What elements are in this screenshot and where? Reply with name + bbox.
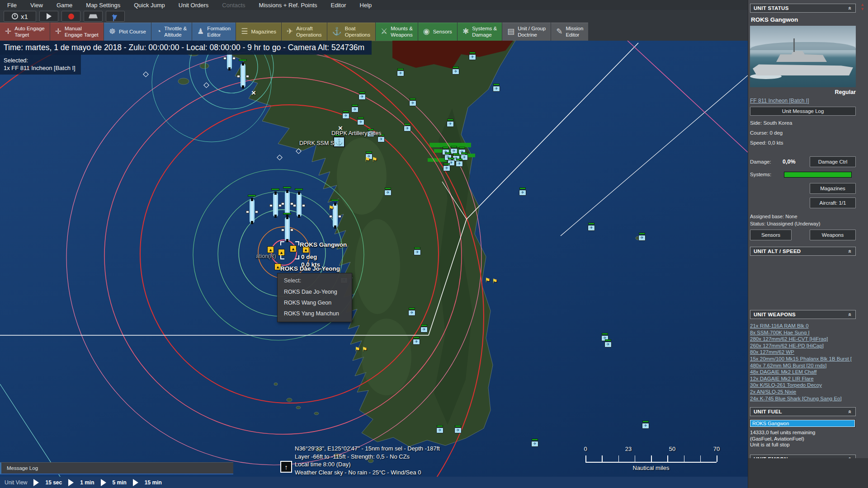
damage-ctrl-button[interactable]: Damage Ctrl bbox=[810, 156, 856, 167]
weapon-link[interactable]: 48x DAGAIE Mk2 LEM Chaff bbox=[750, 369, 856, 375]
systems-damage-button[interactable]: ✱Systems &Damage bbox=[458, 23, 502, 41]
flag-unit-icon[interactable]: ⚑ bbox=[364, 156, 370, 163]
sensors-button[interactable]: ◉Sensors bbox=[418, 23, 457, 41]
fuel-selected-unit[interactable]: ROKS Gangwon bbox=[750, 420, 855, 427]
speed-step-icon[interactable] bbox=[33, 479, 39, 486]
facility-icon[interactable]: ✈ bbox=[359, 94, 366, 100]
facility-icon[interactable]: ✈ bbox=[469, 54, 476, 60]
print-button[interactable] bbox=[84, 11, 103, 22]
context-menu-item[interactable]: ROKS Dae Jo-Yeong bbox=[278, 286, 352, 297]
play-button[interactable] bbox=[39, 11, 58, 22]
weapon-link[interactable]: 80x 127mm/62 WP bbox=[750, 349, 856, 356]
sidebar-scrollbar[interactable]: ▲ ▼ bbox=[860, 3, 864, 11]
message-log-bar[interactable]: Message Log bbox=[0, 462, 233, 474]
weapon-link[interactable]: 480x 7.62mm MG Burst [20 rnds] bbox=[750, 362, 856, 369]
menu-view[interactable]: View bbox=[30, 2, 43, 9]
facility-icon[interactable]: ✈ bbox=[420, 327, 428, 333]
facility-icon[interactable]: ✈ bbox=[452, 69, 459, 75]
weapon-link[interactable]: 21x RIM-116A RAM Blk 0 bbox=[750, 323, 856, 329]
unit-fuel-panel-header[interactable]: UNIT FUEL « bbox=[750, 407, 856, 416]
collapse-icon[interactable]: « bbox=[847, 249, 854, 253]
map-viewport[interactable]: ✈✈✈✈✈✈✈✈✈✈✈✈✈✈✈✈✈✈✈✈✈✈✈✈✈✈✈✈✈✈✈✈✈✈✈✈✈✈⚓▲… bbox=[0, 41, 748, 488]
context-menu-item[interactable]: ROKS Yang Manchun bbox=[278, 308, 352, 319]
weapon-link[interactable]: 30x K/SLQ-261 Torpedo Decoy bbox=[750, 382, 856, 389]
boat-operations-button[interactable]: ⚓BoatOperations bbox=[327, 23, 375, 41]
facility-icon[interactable]: ✈ bbox=[384, 190, 392, 196]
flag-unit-icon[interactable]: ⚑ bbox=[362, 346, 368, 353]
friendly-ship-icon[interactable] bbox=[297, 192, 302, 217]
scroll-up-icon[interactable]: ▲ bbox=[860, 3, 864, 6]
weapon-link[interactable]: 12x DAGAIE Mk2 LIR Flare bbox=[750, 375, 856, 382]
unit-alt-speed-panel-header[interactable]: UNIT ALT / SPEED « bbox=[750, 247, 856, 256]
facility-icon[interactable]: ✈ bbox=[408, 310, 415, 316]
facility-icon[interactable]: ✈ bbox=[404, 126, 411, 131]
flag-unit-icon[interactable]: ⚑ bbox=[354, 346, 360, 353]
speed-option[interactable]: 5 min bbox=[113, 479, 127, 486]
speed-option[interactable]: 1 min bbox=[80, 479, 94, 486]
context-menu-item[interactable]: ROKS Wang Geon bbox=[278, 297, 352, 308]
time-compression-button[interactable]: x1 bbox=[4, 11, 36, 22]
facility-icon[interactable]: ✈ bbox=[454, 427, 462, 433]
formation-editor-button[interactable]: ♟FormationEditor bbox=[192, 23, 236, 41]
flag-unit-icon[interactable]: ⚑ bbox=[485, 277, 491, 284]
facility-icon[interactable]: ✈ bbox=[604, 342, 612, 347]
facility-icon[interactable]: ✈ bbox=[588, 225, 595, 231]
speed-step-icon[interactable] bbox=[133, 479, 138, 486]
facility-icon[interactable]: ✈ bbox=[342, 113, 349, 119]
facility-icon[interactable]: ✈ bbox=[447, 121, 454, 127]
facility-icon[interactable]: ✈ bbox=[351, 107, 359, 113]
facility-icon[interactable]: ✈ bbox=[357, 119, 364, 125]
facility-icon[interactable]: ✈ bbox=[397, 70, 404, 76]
menu-file[interactable]: File bbox=[7, 2, 17, 9]
speed-option[interactable]: 15 sec bbox=[45, 479, 62, 486]
collapse-icon[interactable]: « bbox=[847, 313, 854, 316]
weapon-link[interactable]: 280x 127mm/62 HE-CVT [HiFrag] bbox=[750, 336, 856, 343]
flag-unit-icon[interactable]: ⚑ bbox=[372, 156, 377, 163]
expand-status-button[interactable]: ↑ bbox=[280, 461, 292, 473]
unit-group-doctrine-button[interactable]: ▤Unit / GroupDoctrine bbox=[502, 23, 551, 41]
menu-quick-jump[interactable]: Quick Jump bbox=[134, 2, 165, 9]
menu-game[interactable]: Game bbox=[57, 2, 72, 9]
unit-message-log-button[interactable]: Unit Message Log bbox=[750, 107, 856, 116]
auto-engage-target-button[interactable]: ✛Auto EngageTarget bbox=[0, 23, 50, 41]
flag-unit-icon[interactable]: ⚑ bbox=[492, 277, 498, 285]
weapon-link[interactable]: 24x K-745 Blue Shark [Chung Sang Eo] bbox=[750, 395, 856, 402]
weapon-link[interactable]: 260x 127mm/62 HE-PD [HiCap] bbox=[750, 343, 856, 349]
unit-class-link[interactable]: FF 811 Incheon [Batch I] bbox=[750, 98, 856, 104]
menu-editor[interactable]: Editor bbox=[331, 2, 346, 9]
friendly-ship-icon[interactable] bbox=[241, 63, 245, 88]
facility-icon[interactable]: ✈ bbox=[638, 235, 646, 241]
friendly-ship-icon[interactable] bbox=[250, 199, 255, 223]
friendly-ship-icon[interactable] bbox=[273, 192, 278, 217]
collapse-icon[interactable]: « bbox=[847, 410, 854, 413]
facility-icon[interactable]: ✈ bbox=[443, 165, 450, 171]
menu-unit-orders[interactable]: Unit Orders bbox=[179, 2, 208, 9]
facility-icon[interactable]: ✈ bbox=[642, 423, 649, 429]
sensors-button[interactable]: Sensors bbox=[750, 230, 792, 240]
ssm-site-icon[interactable]: ⚓ bbox=[333, 136, 345, 147]
scroll-down-icon[interactable]: ▼ bbox=[860, 7, 864, 11]
facility-icon[interactable]: ✈ bbox=[519, 190, 526, 196]
throttle-altitude-button[interactable]: ◔Throttle &Altitude bbox=[151, 23, 192, 41]
unit-status-panel-header[interactable]: UNIT STATUS « bbox=[750, 4, 856, 13]
aircraft-button[interactable]: Aircraft: 1/1 bbox=[810, 197, 856, 208]
menu-missions-ref-points[interactable]: Missions + Ref. Points bbox=[259, 2, 317, 9]
magazines-button[interactable]: Magazines bbox=[810, 183, 856, 194]
speed-step-icon[interactable] bbox=[101, 479, 106, 486]
bookmark-button[interactable] bbox=[106, 11, 125, 22]
facility-icon[interactable]: ✈ bbox=[493, 86, 500, 92]
flag-unit-icon[interactable]: ⚑ bbox=[328, 204, 334, 211]
speed-step-icon[interactable] bbox=[68, 479, 74, 486]
facility-icon[interactable]: ✈ bbox=[414, 249, 421, 255]
mission-editor-button[interactable]: ✎MissionEditor bbox=[551, 23, 588, 41]
plot-course-button[interactable]: ☸Plot Course bbox=[104, 23, 151, 41]
facility-icon[interactable]: ✈ bbox=[413, 339, 420, 345]
magazines-button[interactable]: ☰Magazines bbox=[236, 23, 281, 41]
facility-icon[interactable]: ✈ bbox=[377, 136, 385, 142]
friendly-ship-icon[interactable] bbox=[285, 191, 290, 215]
reference-point-icon[interactable]: × bbox=[251, 89, 256, 98]
speed-option[interactable]: 15 min bbox=[145, 479, 162, 486]
selected-group-ship-icon[interactable]: ▲ bbox=[267, 246, 274, 253]
weapon-link[interactable]: 8x SSM-700K Hae Sung I bbox=[750, 329, 856, 336]
weapon-link[interactable]: 15x 20mm/100 Mk15 Phalanx Blk 1B Burst [ bbox=[750, 356, 856, 362]
